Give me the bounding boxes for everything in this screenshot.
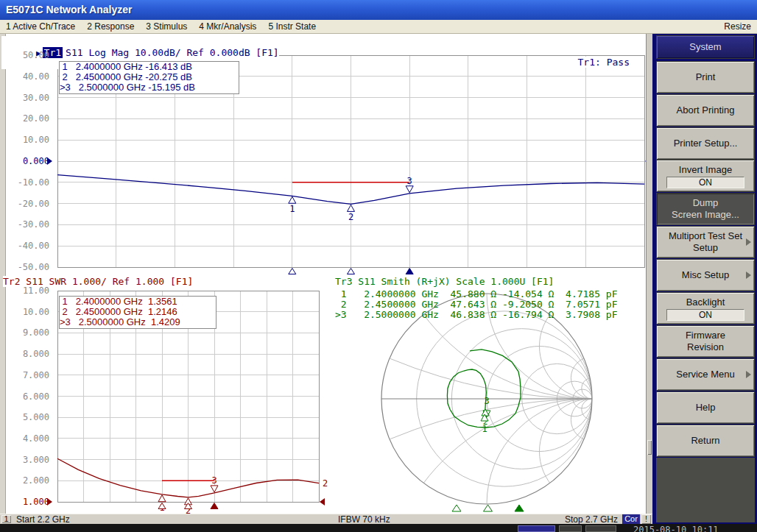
softkey-label: Dump [657,197,754,209]
softkey-printer-setup[interactable]: Printer Setup... [656,127,755,160]
tr1-marker-table: 1 2.4000000 GHz -16.413 dB 2 2.4500000 G… [59,61,239,94]
marker-row: 1 2.4000000 GHz 45.880 Ω -14.054 Ω 4.718… [335,289,618,299]
start-frequency: Start 2.2 GHz [16,514,70,525]
svg-text:2: 2 [348,212,353,222]
correction-status-badge: Cor [622,514,640,524]
clock-readout: 2015-08-10 10:11 [633,525,719,532]
marker-row: 2 2.4500000 GHz 1.2146 [60,307,216,317]
window-title: E5071C Network Analyzer [6,4,132,15]
softkey-empty-panel [656,458,755,522]
softkey-label: Firmware [657,330,754,341]
y-axis-tick-label: 2.000 [0,475,49,486]
menu-stimulus[interactable]: 3 Stimulus [140,21,193,32]
menu-response[interactable]: 2 Response [81,21,140,32]
softkey-label: Invert Image [657,164,754,176]
backlight-state: ON [666,309,744,321]
status-bar: 1 Start 2.2 GHz IFBW 70 kHz Stop 2.7 GHz… [0,514,652,524]
menu-resize[interactable]: Resize [718,21,757,32]
tr3-header[interactable]: Tr3 S11 Smith (R+jX) Scale 1.000U [F1] [335,276,554,287]
softkey-label: Printer Setup... [657,138,754,149]
y-axis-tick-label: 7.000 [0,370,49,380]
ifbw-readout: IFBW 70 kHz [338,514,390,525]
y-axis-tick-label: 10.00 [0,307,49,317]
softkey-firmware-revision[interactable]: Firmware Revision [656,325,755,358]
submenu-arrow-icon [746,238,751,246]
softkey-invert-image[interactable]: Invert Image ON [656,160,755,192]
y-axis-tick-label: 9.000 [0,327,49,338]
softkey-return[interactable]: Return [656,425,755,457]
y-axis-tick-label: 4.000 [0,433,49,444]
softkey-help[interactable]: Help [656,391,755,424]
marker-row: 2 2.4500000 GHz -20.275 dB [60,72,239,82]
marker-row: >3 2.5000000 GHz -15.195 dB [60,82,239,93]
softkey-abort-printing[interactable]: Abort Printing [656,94,755,127]
softkey-print[interactable]: Print [656,61,755,93]
svg-text:1: 1 [482,424,487,434]
tr3-marker-table: 1 2.4000000 GHz 45.880 Ω -14.054 Ω 4.718… [335,289,618,320]
marker-row: >3 2.5000000 GHz 1.4209 [60,317,216,327]
softkey-label: Help [657,402,754,414]
marker-row: 1 2.4000000 GHz 1.3561 [60,297,216,307]
y-axis-tick-label: 1.000 [0,497,49,507]
marker-row: 1 2.4000000 GHz -16.413 dB [60,62,239,72]
menu-active-ch-trace[interactable]: 1 Active Ch/Trace [0,21,81,32]
softkey-label: System [657,41,754,53]
softkey-label: Multiport Test Set [657,230,754,242]
tr1-header-text[interactable]: S11 Log Mag 10.00dB/ Ref 0.000dB [F1] [66,47,279,58]
measurement-area: 12311232321 ▶Tr1S11 Log Mag 10.00dB/ Ref… [0,34,646,514]
softkey-backlight[interactable]: Backlight ON [656,292,755,324]
svg-text:1: 1 [289,204,295,214]
y-axis-tick-label: 3.000 [0,455,49,465]
softkey-misc-setup[interactable]: Misc Setup [656,259,755,291]
tr1-limit-test-status: Tr1: Pass [578,57,630,68]
softkey-label-line2: Revision [657,341,754,353]
traces-plot-canvas: 12311232321 [0,34,646,514]
softkey-system[interactable]: System [656,35,755,59]
softkey-label: Print [657,71,754,83]
menu-mkr-analysis[interactable]: 4 Mkr/Analysis [193,21,262,32]
channel-number-badge: 1 [1,515,11,523]
submenu-arrow-icon [746,272,751,279]
status-segment [518,525,555,532]
status-segment [585,525,616,532]
svg-text:3: 3 [211,475,216,486]
invert-image-state: ON [666,177,744,188]
network-analyzer-window: E5071C Network Analyzer 1 Active Ch/Trac… [0,0,757,532]
softkey-multiport-test-set-setup[interactable]: Multiport Test Set Setup [656,226,755,258]
stop-frequency: Stop 2.7 GHz [565,514,618,525]
y-axis-tick-label: 6.000 [0,391,49,402]
marker-row: 2 2.4500000 GHz 47.643 Ω -9.2050 Ω 7.057… [335,299,618,310]
warning-badge: ! [641,514,651,524]
y-axis-tick-label: 5.000 [0,412,49,422]
tr2-marker-table: 1 2.4000000 GHz 1.3561 2 2.4500000 GHz 1… [59,296,216,329]
status-segment [559,525,582,532]
scroll-thumb[interactable] [647,440,652,455]
title-bar: E5071C Network Analyzer [0,0,757,20]
softkey-service-menu[interactable]: Service Menu [656,358,755,391]
softkey-label: Backlight [657,297,754,308]
softkey-label: Return [657,435,754,447]
softkey-menu: System Print Abort Printing Printer Setu… [652,34,757,524]
instrument-status-strip: 2015-08-10 10:11 [0,524,757,532]
softkey-label: Service Menu [657,369,754,380]
menu-instr-state[interactable]: 5 Instr State [262,21,322,32]
submenu-arrow-icon [746,371,751,378]
softkey-label: Abort Printing [657,104,754,116]
menu-bar: 1 Active Ch/Trace 2 Response 3 Stimulus … [0,20,757,34]
tr2-y-axis-ticks: 11.0010.009.0008.0007.0006.0005.0004.000… [0,34,49,514]
softkey-label-line2: Screen Image... [657,209,754,221]
y-axis-tick-label: 8.000 [0,349,49,359]
softkey-label-line2: Setup [657,242,754,254]
softkey-label: Misc Setup [657,269,754,281]
marker-row: >3 2.5000000 GHz 46.838 Ω -16.794 Ω 3.79… [335,310,618,320]
svg-text:3: 3 [407,176,412,186]
y-axis-tick-label: 11.00 [0,285,49,296]
svg-text:2: 2 [323,478,328,489]
right-scroll-strip [646,34,652,514]
svg-text:3: 3 [484,396,489,406]
softkey-dump-screen-image[interactable]: Dump Screen Image... [656,193,755,225]
